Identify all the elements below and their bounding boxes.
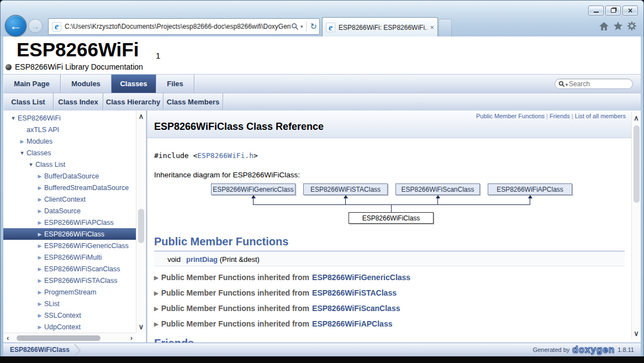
link-friends[interactable]: Friends <box>550 113 570 119</box>
sidebar-item-class-list[interactable]: ▼Class List <box>3 159 136 170</box>
tree-collapsed-icon[interactable]: ▶ <box>35 255 44 260</box>
tree-collapsed-icon[interactable]: ▶ <box>18 139 27 144</box>
settings-gear-icon[interactable] <box>627 21 637 31</box>
tree-collapsed-icon[interactable]: ▶ <box>35 243 44 249</box>
sidebar-item-esp8266wifimulti[interactable]: ▶ESP8266WiFiMulti <box>3 251 136 263</box>
tab-files[interactable]: Files <box>156 75 194 93</box>
tab-class-members[interactable]: Class Members <box>163 93 223 111</box>
search-input[interactable] <box>569 80 624 88</box>
scrollbar-thumb[interactable] <box>17 335 101 341</box>
new-tab-stub[interactable] <box>439 19 452 37</box>
sidebar-item-modules[interactable]: ▶Modules <box>3 135 136 147</box>
sidebar-item-progmemstream[interactable]: ▶ProgmemStream <box>3 286 136 298</box>
link-esp8266wifigenericclass[interactable]: ESP8266WiFiGenericClass <box>312 273 410 282</box>
sidebar-item-bufferedstreamdatasource[interactable]: ▶BufferedStreamDataSource <box>3 182 136 193</box>
tab-class-hierarchy[interactable]: Class Hierarchy <box>103 93 163 111</box>
diagram-node-esp8266wifistaclass[interactable]: ESP8266WiFiSTAClass <box>303 183 388 195</box>
sidebar-item-slist[interactable]: ▶SList <box>3 298 136 309</box>
scroll-up-icon[interactable]: ∧ <box>632 114 641 122</box>
inherited-section-ap[interactable]: ▶ Public Member Functions inherited from… <box>154 319 625 328</box>
inherited-section-scan[interactable]: ▶ Public Member Functions inherited from… <box>154 304 625 313</box>
back-button[interactable]: ← <box>5 15 27 36</box>
tree-collapsed-icon[interactable]: ▶ <box>35 232 44 237</box>
sidebar-item-esp8266wifiapclass[interactable]: ▶ESP8266WiFiAPClass <box>3 217 136 228</box>
refresh-icon[interactable]: ↻ <box>310 22 317 31</box>
tree-collapsed-icon[interactable]: ▶ <box>35 324 44 330</box>
tree-collapsed-icon[interactable]: ▶ <box>35 185 44 191</box>
tree-collapsed-icon[interactable]: ▶ <box>35 301 44 307</box>
link-public-member-functions[interactable]: Public Member Functions <box>476 113 545 119</box>
browser-tab[interactable]: e ESP8266WiFi: ESP8266WiFi... × <box>322 17 438 37</box>
breadcrumb-chevron-icon <box>74 344 81 356</box>
sidebar-item-classes[interactable]: ▼Classes <box>3 147 136 159</box>
diagram-node-esp8266wifiscanclass[interactable]: ESP8266WiFiScanClass <box>395 183 480 195</box>
doxygen-logo[interactable]: doxygen <box>572 344 615 355</box>
sidebar-item-esp8266wifi[interactable]: ▼ESP8266WiFi <box>3 112 136 124</box>
scroll-up-icon[interactable]: ∧ <box>136 113 146 120</box>
breadcrumb[interactable]: ESP8266WiFiClass <box>10 346 70 354</box>
home-icon[interactable] <box>599 22 609 31</box>
inherited-section-generic[interactable]: ▶ Public Member Functions inherited from… <box>154 273 625 282</box>
tree-collapsed-icon[interactable]: ▶ <box>35 173 44 179</box>
sidebar-item-axtls-api[interactable]: axTLS API <box>3 124 136 135</box>
tree-expanded-icon[interactable]: ▼ <box>9 115 18 121</box>
sidebar-item-esp8266wifiscanclass[interactable]: ▶ESP8266WiFiScanClass <box>3 263 136 275</box>
diagram-node-esp8266wifiapclass[interactable]: ESP8266WiFiAPClass <box>488 183 572 195</box>
tab-modules[interactable]: Modules <box>61 75 112 93</box>
divider <box>306 22 307 31</box>
sidebar-item-esp8266wifigenericclass[interactable]: ▶ESP8266WiFiGenericClass <box>3 240 136 251</box>
sidebar-item-sslcontext[interactable]: ▶SSLContext <box>3 309 136 321</box>
scroll-down-icon[interactable]: ∨ <box>632 330 641 337</box>
tree-collapsed-icon[interactable]: ▶ <box>35 313 44 318</box>
link-esp8266wifiscanclass[interactable]: ESP8266WiFiScanClass <box>312 304 400 313</box>
tree-collapsed-icon[interactable]: ▶ <box>35 266 44 272</box>
link-esp8266wifistaclass[interactable]: ESP8266WiFiSTAClass <box>312 288 397 297</box>
diagram-node-esp8266wifigenericclass[interactable]: ESP8266WiFiGenericClass <box>211 183 295 195</box>
tree-expanded-icon[interactable]: ▼ <box>27 162 35 167</box>
sidebar-item-datasource[interactable]: ▶DataSource <box>3 205 136 217</box>
sidebar-horizontal-scrollbar[interactable]: ‹ › <box>3 333 136 343</box>
tree-collapsed-icon[interactable]: ▶ <box>35 197 44 202</box>
sidebar-item-clientcontext[interactable]: ▶ClientContext <box>3 193 136 205</box>
sidebar-item-esp8266wifistaclass[interactable]: ▶ESP8266WiFiSTAClass <box>3 275 136 286</box>
diagram-node-esp8266wificlass[interactable]: ESP8266WiFiClass <box>349 212 434 224</box>
restore-button[interactable] <box>605 6 621 15</box>
address-bar[interactable]: e C:\Users\Krzysztof\Documents\Projects\… <box>48 18 320 35</box>
tab-classes[interactable]: Classes <box>112 75 156 93</box>
tab-class-list[interactable]: Class List <box>3 93 54 111</box>
scroll-right-icon[interactable]: › <box>130 334 133 341</box>
favorites-star-icon[interactable] <box>613 21 623 31</box>
generated-by-label: Generated by <box>533 346 570 353</box>
window-frame-right <box>641 36 644 356</box>
scroll-down-icon[interactable]: ∨ <box>136 323 146 330</box>
address-text[interactable]: C:\Users\Krzysztof\Documents\Projects\es… <box>65 23 291 30</box>
tree-expanded-icon[interactable]: ▼ <box>18 150 27 156</box>
inherited-section-sta[interactable]: ▶ Public Member Functions inherited from… <box>154 288 625 297</box>
tree-collapsed-icon[interactable]: ▶ <box>35 278 44 283</box>
search-icon[interactable] <box>291 23 299 30</box>
tree-collapsed-icon[interactable]: ▶ <box>35 290 44 295</box>
link-esp8266wifiapclass[interactable]: ESP8266WiFiAPClass <box>312 319 392 328</box>
search-dropdown-icon[interactable]: ▾ <box>300 24 303 29</box>
minimize-button[interactable] <box>588 6 604 15</box>
sidebar-item-udpcontext[interactable]: ▶UdpContext <box>3 321 136 333</box>
tree-collapsed-icon[interactable]: ▶ <box>35 208 44 214</box>
sidebar-vertical-scrollbar[interactable]: ∧ ∨ <box>136 111 146 333</box>
close-button[interactable]: × <box>622 6 638 15</box>
tab-close-icon[interactable]: × <box>430 23 434 31</box>
tab-class-index[interactable]: Class Index <box>54 93 103 111</box>
content-vertical-scrollbar[interactable]: ∧ ∨ <box>631 112 641 339</box>
scroll-left-icon[interactable]: ‹ <box>7 334 9 341</box>
include-file-link[interactable]: ESP8266WiFi.h <box>197 151 254 160</box>
forward-button[interactable]: → <box>28 19 43 33</box>
sidebar-item-esp8266wificlass-selected[interactable]: ▶ESP8266WiFiClass <box>3 228 136 240</box>
search-filter-caret-icon[interactable]: ▾ <box>566 82 568 87</box>
scrollbar-thumb[interactable] <box>634 125 640 203</box>
tree-collapsed-icon[interactable]: ▶ <box>35 220 44 225</box>
scrollbar-thumb[interactable] <box>138 209 144 243</box>
link-list-of-all-members[interactable]: List of all members <box>575 113 626 119</box>
search-box[interactable]: ▾ <box>555 78 633 89</box>
tab-main-page[interactable]: Main Page <box>3 75 61 93</box>
sidebar-item-bufferdatasource[interactable]: ▶BufferDataSource <box>3 170 136 182</box>
member-printdiag-link[interactable]: printDiag <box>186 255 218 264</box>
